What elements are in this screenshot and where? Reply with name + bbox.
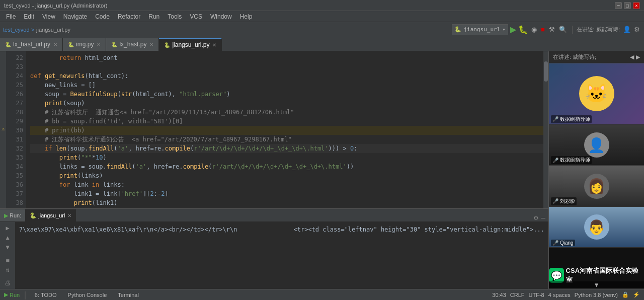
tab-jiangsu-url[interactable]: 🐍 jiangsu_url.py ✕: [159, 38, 222, 51]
menu-view[interactable]: View: [38, 11, 59, 22]
menu-vcs[interactable]: VCS: [186, 11, 206, 22]
menu-tools[interactable]: Tools: [164, 11, 186, 22]
console-output-line-1: 7\xae\x97\xe4\xbf\xa1\xe6\x81\xaf\r\n</a…: [19, 224, 544, 235]
mic-icon-4: 🎤: [552, 240, 558, 246]
console-action-icons: ▶ ▲ ▼ ≡ ⇅ 🖨: [0, 222, 15, 289]
jiangsu-tab-label: jiangsu_url: [38, 212, 65, 218]
todo-label: TODO: [41, 292, 57, 298]
video-grid: 🐱 🎤 数据组指导师 👤 🎤 数据组指导师: [549, 63, 644, 289]
file-breadcrumb: jiangsu_url.py: [36, 27, 70, 33]
print-icon[interactable]: 🖨: [2, 279, 13, 287]
breakpoint-gutter: ⚠: [0, 51, 6, 208]
filter-icon[interactable]: ≡: [2, 256, 13, 264]
tab-img[interactable]: 🐍 img.py ✕: [63, 38, 106, 51]
scroll-up-icon[interactable]: ▲: [2, 234, 13, 241]
code-line-39: link2 = "http://std.jiangsu.gov.cn" + li…: [30, 207, 543, 208]
video-panel-title: 在讲述: 威能写诗;: [553, 53, 596, 61]
menu-run[interactable]: Run: [144, 11, 164, 22]
run-with-coverage-button[interactable]: ◉: [530, 25, 538, 34]
run-config[interactable]: 🐍 jiangsu_url ▾: [452, 24, 508, 35]
bottom-tab-python-console[interactable]: Python Console: [64, 289, 111, 301]
tab-close-jiangsu-url[interactable]: ✕: [212, 42, 216, 48]
scroll-down-icon[interactable]: ▼: [2, 243, 13, 251]
bottom-tab-todo[interactable]: 6: TODO: [31, 289, 61, 301]
run-again-icon[interactable]: ▶: [2, 224, 13, 232]
jiangsu-tab-icon: 🐍: [30, 212, 37, 219]
encoding: UTF-8: [529, 292, 544, 298]
status-run-icon: ▶: [4, 291, 8, 298]
project-breadcrumb: test_cyvod >: [3, 27, 34, 33]
tab-label-lx-hast: lx_hast.py: [119, 41, 146, 48]
output-right: <tr><td class="leftnav" height="30" styl…: [294, 225, 545, 234]
console-minimize-button[interactable]: ─: [541, 214, 545, 221]
tab-lx-hast-url[interactable]: 🐍 lx_hast_url.py ✕: [0, 38, 63, 51]
video-name-3: 🎤 刘彩影: [551, 197, 577, 205]
tab-icon-lx-hast: 🐍: [111, 42, 117, 47]
restore-button[interactable]: □: [624, 2, 631, 9]
console-tab-jiangsu[interactable]: 🐍 jiangsu_url ✕: [26, 209, 76, 221]
code-line-34: links = soup.findAll('a', href=re.compil…: [30, 162, 543, 171]
console-toolbar: ⚙ ─: [533, 214, 548, 221]
code-lines[interactable]: return html_cont def get_newurls(html_co…: [26, 51, 543, 208]
sort-icon[interactable]: ⇅: [2, 266, 13, 274]
tab-close-img[interactable]: ✕: [97, 42, 101, 47]
video-cell-1: 🐱 🎤 数据组指导师: [549, 63, 644, 125]
build-button[interactable]: ⚒: [548, 25, 556, 34]
menu-window[interactable]: Window: [206, 11, 236, 22]
panel-collapse-arrow[interactable]: ›: [548, 163, 549, 178]
menu-navigate[interactable]: Navigate: [59, 11, 91, 22]
scrollbar-thumb[interactable]: [544, 61, 548, 82]
todo-number-icon: 6:: [35, 292, 39, 298]
code-line-30: # print(bb): [30, 126, 543, 135]
bottom-tab-terminal[interactable]: Terminal: [114, 289, 143, 301]
scroll-down-participants[interactable]: ▼: [549, 281, 644, 288]
output-left: 7\xae\x97\xe4\xbf\xa1\xe6\x81\xaf\r\n</a…: [19, 225, 237, 234]
editor-scrollbar[interactable]: [543, 51, 548, 208]
console-settings-button[interactable]: ⚙: [533, 214, 539, 221]
window-title: test_cyvod - jiangsu_url.py (Administrat…: [4, 3, 107, 9]
avatar-4: 👨: [584, 214, 609, 240]
stop-button[interactable]: ■: [540, 25, 546, 34]
prev-icon[interactable]: ◀: [630, 54, 634, 60]
video-cell-4: 👨 🎤 Qiang: [549, 207, 644, 248]
close-button[interactable]: ✕: [633, 2, 640, 9]
video-content-2: 👤 🎤 数据组指导师: [549, 125, 644, 166]
menu-file[interactable]: File: [2, 11, 20, 22]
tab-lx-hast[interactable]: 🐍 lx_hast.py ✕: [106, 38, 159, 51]
code-line-25: new_links = []: [30, 81, 543, 90]
run-button[interactable]: ▶: [510, 25, 516, 34]
git-icon: 🔒: [622, 291, 629, 298]
tab-label-jiangsu-url: jiangsu_url.py: [172, 41, 209, 48]
code-line-22: return html_cont: [30, 53, 543, 62]
python-version[interactable]: Python 3.8 (venv): [575, 292, 618, 298]
code-line-23: [30, 62, 543, 71]
console-area: ▶ Run: 🐍 jiangsu_url ✕ ⚙ ─ ▶: [0, 208, 548, 289]
tab-icon-img: 🐍: [68, 42, 74, 47]
tab-label-lx-hast-url: lx_hast_url.py: [13, 41, 50, 48]
code-line-38: print(link1): [30, 198, 543, 207]
main-toolbar: test_cyvod > jiangsu_url.py 🐍 jiangsu_ur…: [0, 22, 644, 37]
video-name-4: 🎤 Qiang: [551, 240, 575, 246]
console-tab-run[interactable]: ▶ Run:: [0, 209, 26, 221]
console-body: ▶ ▲ ▼ ≡ ⇅ 🖨 7\xae\x97\xe4\xbf\xa1\xe6\x8…: [0, 222, 548, 289]
console-output: 7\xae\x97\xe4\xbf\xa1\xe6\x81\xaf\r\n</a…: [15, 222, 548, 289]
code-view[interactable]: ⚠ 22 23 24 25 26 27: [0, 51, 548, 208]
menu-edit[interactable]: Edit: [20, 11, 38, 22]
status-left: ▶ Run | 6: TODO Python Console Terminal: [4, 289, 143, 301]
tab-close-lx-hast-url[interactable]: ✕: [53, 42, 57, 47]
status-right: 30:43 CRLF UTF-8 4 spaces Python 3.8 (ve…: [492, 291, 640, 298]
tab-close-lx-hast[interactable]: ✕: [149, 42, 153, 47]
search-everywhere-button[interactable]: 🔍: [558, 25, 568, 34]
jiangsu-tab-close[interactable]: ✕: [67, 213, 71, 218]
menu-help[interactable]: Help: [236, 11, 257, 22]
menu-refactor[interactable]: Refactor: [114, 11, 144, 22]
status-run-button[interactable]: ▶ Run: [4, 291, 20, 298]
settings-button[interactable]: ⚙: [633, 25, 641, 34]
video-name-2: 🎤 数据组指导师: [551, 156, 592, 164]
debug-button[interactable]: 🐛: [518, 25, 528, 34]
minimize-button[interactable]: ─: [615, 2, 622, 9]
avatar-2: 👤: [584, 132, 609, 158]
menu-code[interactable]: Code: [91, 11, 114, 22]
share-button[interactable]: 👤: [622, 25, 632, 34]
next-icon[interactable]: ▶: [636, 54, 640, 60]
